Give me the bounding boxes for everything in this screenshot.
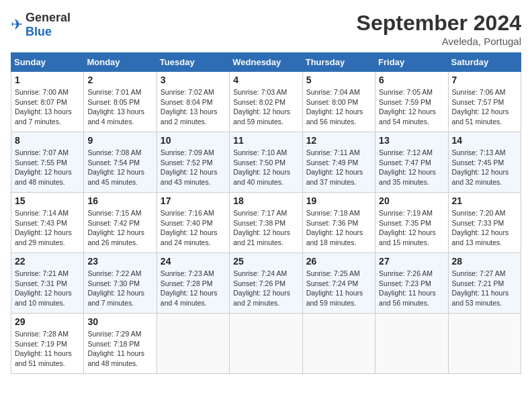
day-number: 18 [233,195,298,206]
day-info: Sunrise: 7:15 AMSunset: 7:42 PMDaylight:… [87,208,152,248]
calendar-cell: 9Sunrise: 7:08 AMSunset: 7:54 PMDaylight… [84,132,157,193]
calendar-cell: 3Sunrise: 7:02 AMSunset: 8:04 PMDaylight… [157,72,229,132]
day-number: 4 [233,75,298,85]
calendar-cell: 13Sunrise: 7:12 AMSunset: 7:47 PMDayligh… [375,132,448,193]
day-info: Sunrise: 7:11 AMSunset: 7:49 PMDaylight:… [306,148,371,187]
logo-blue: Blue [26,25,52,38]
logo-bird-icon: ✈ [11,16,23,34]
day-number: 20 [379,195,444,206]
day-info: Sunrise: 7:25 AMSunset: 7:24 PMDaylight:… [306,269,371,308]
day-number: 14 [452,135,517,146]
calendar-cell: 16Sunrise: 7:15 AMSunset: 7:42 PMDayligh… [84,193,157,253]
calendar-week-row: 15Sunrise: 7:14 AMSunset: 7:43 PMDayligh… [11,193,521,253]
calendar-cell: 8Sunrise: 7:07 AMSunset: 7:55 PMDaylight… [11,132,84,193]
day-number: 9 [87,135,152,146]
day-info: Sunrise: 7:19 AMSunset: 7:35 PMDaylight:… [379,208,444,248]
day-number: 3 [161,75,226,85]
day-info: Sunrise: 7:10 AMSunset: 7:50 PMDaylight:… [233,148,298,187]
calendar-week-row: 8Sunrise: 7:07 AMSunset: 7:55 PMDaylight… [11,132,521,193]
calendar-table: SundayMondayTuesdayWednesdayThursdayFrid… [11,52,521,374]
day-info: Sunrise: 7:20 AMSunset: 7:33 PMDaylight:… [452,208,517,248]
day-of-week-header: Monday [84,53,157,72]
calendar-cell: 12Sunrise: 7:11 AMSunset: 7:49 PMDayligh… [302,132,375,193]
day-number: 13 [379,135,444,146]
day-info: Sunrise: 7:26 AMSunset: 7:23 PMDaylight:… [379,269,444,308]
day-number: 7 [452,75,517,85]
day-number: 16 [87,195,152,206]
day-number: 28 [452,256,517,267]
day-number: 26 [306,256,371,267]
day-number: 19 [306,195,371,206]
day-number: 12 [306,135,371,146]
day-info: Sunrise: 7:14 AMSunset: 7:43 PMDaylight:… [15,208,80,248]
day-number: 8 [15,135,80,146]
day-info: Sunrise: 7:02 AMSunset: 8:04 PMDaylight:… [161,87,226,127]
day-number: 6 [379,75,444,85]
calendar-cell: 1Sunrise: 7:00 AMSunset: 8:07 PMDaylight… [11,72,84,132]
calendar-week-row: 22Sunrise: 7:21 AMSunset: 7:31 PMDayligh… [11,253,521,314]
calendar-cell: 5Sunrise: 7:04 AMSunset: 8:00 PMDaylight… [302,72,375,132]
page-header: ✈ General Blue September 2024 Aveleda, P… [11,11,521,47]
calendar-week-row: 1Sunrise: 7:00 AMSunset: 8:07 PMDaylight… [11,72,521,132]
day-info: Sunrise: 7:17 AMSunset: 7:38 PMDaylight:… [233,208,298,248]
day-info: Sunrise: 7:21 AMSunset: 7:31 PMDaylight:… [15,269,80,308]
day-of-week-header: Thursday [302,53,375,72]
calendar-cell: 27Sunrise: 7:26 AMSunset: 7:23 PMDayligh… [375,253,448,314]
calendar-cell [448,314,521,374]
day-number: 1 [15,75,80,85]
calendar-cell [230,314,302,374]
calendar-header-row: SundayMondayTuesdayWednesdayThursdayFrid… [11,53,521,72]
day-info: Sunrise: 7:08 AMSunset: 7:54 PMDaylight:… [87,148,152,187]
calendar-cell: 17Sunrise: 7:16 AMSunset: 7:40 PMDayligh… [157,193,229,253]
logo: ✈ General Blue [11,11,71,39]
day-info: Sunrise: 7:23 AMSunset: 7:28 PMDaylight:… [161,269,226,308]
day-of-week-header: Friday [375,53,448,72]
day-info: Sunrise: 7:09 AMSunset: 7:52 PMDaylight:… [161,148,226,187]
day-info: Sunrise: 7:22 AMSunset: 7:30 PMDaylight:… [87,269,152,308]
calendar-cell: 2Sunrise: 7:01 AMSunset: 8:05 PMDaylight… [84,72,157,132]
day-number: 5 [306,75,371,85]
day-number: 21 [452,195,517,206]
day-number: 22 [15,256,80,267]
logo-general: General [26,11,71,24]
day-info: Sunrise: 7:12 AMSunset: 7:47 PMDaylight:… [379,148,444,187]
day-of-week-header: Sunday [11,53,84,72]
calendar-cell: 20Sunrise: 7:19 AMSunset: 7:35 PMDayligh… [375,193,448,253]
calendar-cell: 23Sunrise: 7:22 AMSunset: 7:30 PMDayligh… [84,253,157,314]
calendar-cell [375,314,448,374]
day-info: Sunrise: 7:27 AMSunset: 7:21 PMDaylight:… [452,269,517,308]
day-info: Sunrise: 7:28 AMSunset: 7:19 PMDaylight:… [15,329,80,369]
logo-text: General Blue [26,11,71,39]
month-title: September 2024 [357,11,521,36]
calendar-cell: 25Sunrise: 7:24 AMSunset: 7:26 PMDayligh… [230,253,302,314]
calendar-cell: 6Sunrise: 7:05 AMSunset: 7:59 PMDaylight… [375,72,448,132]
day-number: 2 [87,75,152,85]
calendar-cell: 18Sunrise: 7:17 AMSunset: 7:38 PMDayligh… [230,193,302,253]
calendar-cell: 10Sunrise: 7:09 AMSunset: 7:52 PMDayligh… [157,132,229,193]
day-number: 25 [233,256,298,267]
day-info: Sunrise: 7:01 AMSunset: 8:05 PMDaylight:… [87,87,152,127]
day-number: 15 [15,195,80,206]
day-number: 30 [87,316,152,327]
day-number: 29 [15,316,80,327]
day-info: Sunrise: 7:04 AMSunset: 8:00 PMDaylight:… [306,87,371,127]
day-info: Sunrise: 7:24 AMSunset: 7:26 PMDaylight:… [233,269,298,308]
day-info: Sunrise: 7:13 AMSunset: 7:45 PMDaylight:… [452,148,517,187]
calendar-cell: 30Sunrise: 7:29 AMSunset: 7:18 PMDayligh… [84,314,157,374]
day-number: 11 [233,135,298,146]
calendar-cell: 14Sunrise: 7:13 AMSunset: 7:45 PMDayligh… [448,132,521,193]
calendar-cell: 15Sunrise: 7:14 AMSunset: 7:43 PMDayligh… [11,193,84,253]
day-of-week-header: Wednesday [230,53,302,72]
calendar-cell: 11Sunrise: 7:10 AMSunset: 7:50 PMDayligh… [230,132,302,193]
calendar-cell: 29Sunrise: 7:28 AMSunset: 7:19 PMDayligh… [11,314,84,374]
day-info: Sunrise: 7:03 AMSunset: 8:02 PMDaylight:… [233,87,298,127]
day-info: Sunrise: 7:00 AMSunset: 8:07 PMDaylight:… [15,87,80,127]
day-info: Sunrise: 7:16 AMSunset: 7:40 PMDaylight:… [161,208,226,248]
day-number: 23 [87,256,152,267]
day-number: 10 [161,135,226,146]
day-number: 17 [161,195,226,206]
calendar-cell: 4Sunrise: 7:03 AMSunset: 8:02 PMDaylight… [230,72,302,132]
day-info: Sunrise: 7:07 AMSunset: 7:55 PMDaylight:… [15,148,80,187]
title-area: September 2024 Aveleda, Portugal [357,11,521,47]
day-number: 24 [161,256,226,267]
